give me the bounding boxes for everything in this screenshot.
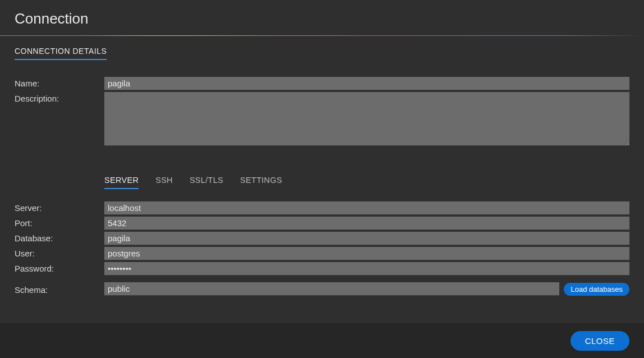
dialog-footer: CLOSE [0, 323, 644, 358]
close-button[interactable]: CLOSE [571, 331, 629, 351]
tab-ssh[interactable]: SSH [155, 176, 173, 189]
input-schema[interactable] [104, 282, 559, 296]
row-server: Server: [15, 201, 629, 215]
load-databases-button[interactable]: Load databases [564, 283, 629, 296]
label-description: Description: [15, 92, 104, 103]
row-user: User: [15, 247, 629, 260]
section-tab-connection-details[interactable]: CONNECTION DETAILS [15, 47, 107, 60]
label-user: User: [15, 247, 104, 258]
row-password: Password: [15, 262, 629, 276]
label-server: Server: [15, 201, 104, 213]
label-name: Name: [15, 77, 104, 88]
subtabs: SERVER SSH SSL/TLS SETTINGS [104, 176, 629, 189]
tab-ssl[interactable]: SSL/TLS [190, 176, 223, 189]
input-password[interactable] [104, 262, 629, 276]
input-server[interactable] [104, 201, 629, 215]
row-port: Port: [15, 217, 629, 230]
input-database[interactable] [104, 232, 629, 245]
dialog-header: Connection [0, 0, 644, 35]
dialog-title: Connection [15, 10, 629, 27]
accent-divider [0, 35, 644, 36]
tab-server[interactable]: SERVER [104, 176, 139, 189]
label-schema: Schema: [15, 283, 104, 295]
row-schema: Schema: Load databases [15, 282, 629, 296]
tab-settings[interactable]: SETTINGS [240, 176, 282, 189]
input-user[interactable] [104, 247, 629, 260]
label-database: Database: [15, 232, 104, 243]
row-database: Database: [15, 232, 629, 245]
input-description[interactable] [104, 92, 629, 146]
label-password: Password: [15, 262, 104, 273]
row-description: Description: [15, 92, 629, 146]
label-port: Port: [15, 217, 104, 228]
row-name: Name: [15, 77, 629, 90]
input-port[interactable] [104, 217, 629, 230]
input-name[interactable] [104, 77, 629, 90]
dialog-content: CONNECTION DETAILS Name: Description: SE… [0, 36, 644, 301]
